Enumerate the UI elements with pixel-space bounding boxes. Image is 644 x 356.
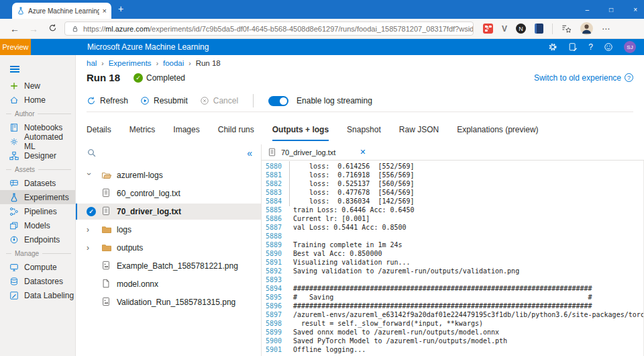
tree-item-model-onnx[interactable]: model.onnx: [76, 276, 261, 292]
sidebar-item-label: New: [24, 81, 40, 91]
log-line-text: /azureml-envs/azureml_e63142f9a20daf01e2…: [287, 310, 644, 319]
tree-item-azureml-logs[interactable]: ›azureml-logs: [76, 167, 261, 183]
log-line-text: Training complete in 1m 24s: [287, 240, 402, 249]
log-line-number: 5900: [262, 337, 287, 345]
log-line: 5901Offline logging...: [262, 345, 643, 354]
help-icon[interactable]: ?: [588, 42, 593, 52]
log-tab-label: 70_driver_log.txt: [281, 148, 335, 157]
new-tab-icon[interactable]: +: [118, 3, 123, 14]
tab-close-icon[interactable]: ×: [103, 7, 107, 15]
settings-gear-icon[interactable]: [548, 42, 557, 52]
tab-snapshot[interactable]: Snapshot: [347, 125, 381, 141]
window-close-icon[interactable]: ×: [633, 6, 637, 13]
adblock-extension-icon[interactable]: 4: [483, 24, 493, 34]
log-panel: 70_driver_log.txt ✕ 5880 loss: 0.614256 …: [262, 144, 644, 356]
log-line-number: 5899: [262, 328, 287, 337]
smiley-feedback-icon[interactable]: [604, 42, 613, 52]
chevron-right-icon[interactable]: ›: [87, 225, 101, 234]
pipelines-icon: [9, 207, 19, 216]
sidebar-item-label: Endpoints: [24, 235, 60, 244]
preview-badge: Preview: [0, 39, 31, 55]
browser-tab-title: Azure Machine Learning studio (: [28, 7, 99, 15]
sidebar-item-models[interactable]: Models: [0, 218, 75, 232]
resubmit-button[interactable]: Resubmit: [140, 96, 188, 105]
log-line-text: Saving validation to /azureml-run/output…: [287, 267, 519, 275]
log-line-number: 5891: [262, 258, 287, 267]
file-text-icon: [101, 188, 112, 199]
log-line: 5889Training complete in 1m 24s: [262, 240, 643, 249]
tab-child-runs[interactable]: Child runs: [218, 125, 254, 141]
sidebar-item-automated-ml[interactable]: Automated ML: [0, 134, 75, 148]
search-icon[interactable]: [87, 148, 97, 158]
minimize-icon[interactable]: –: [586, 6, 590, 13]
sidebar-hamburger[interactable]: [0, 55, 75, 79]
book-extension-icon[interactable]: [535, 24, 543, 34]
refresh-button[interactable]: Refresh: [87, 96, 128, 105]
tab-images[interactable]: Images: [173, 125, 199, 141]
sidebar-menu: NewHomeAuthorNotebooksAutomated MLDesign…: [0, 79, 75, 302]
sidebar-item-experiments[interactable]: Experiments: [0, 190, 75, 204]
breadcrumb-item-foodai[interactable]: foodai: [163, 59, 184, 67]
sidebar-section-author: Author: [0, 107, 75, 120]
sidebar-item-pipelines[interactable]: Pipelines: [0, 204, 75, 218]
log-line-text: Current lr: [0.001]: [287, 214, 370, 223]
collapse-panel-icon[interactable]: «: [247, 148, 252, 159]
file-text-icon: [101, 206, 112, 217]
file-icon: [101, 279, 112, 290]
tree-item-validation-run-1585781315-png[interactable]: Validation_Run_1585781315.png: [76, 294, 261, 310]
close-icon[interactable]: ✕: [360, 148, 366, 157]
tab-metrics[interactable]: Metrics: [129, 125, 156, 141]
breadcrumb-item-hal[interactable]: hal: [87, 59, 97, 67]
sidebar-item-home[interactable]: Home: [0, 93, 75, 107]
cancel-button[interactable]: Cancel: [200, 96, 238, 105]
browser-profile-avatar[interactable]: [580, 22, 593, 35]
user-avatar[interactable]: SJ: [624, 41, 636, 53]
sidebar-item-label: Designer: [24, 151, 56, 161]
maximize-icon[interactable]: □: [609, 6, 613, 13]
browser-tab[interactable]: Azure Machine Learning studio ( ×: [12, 3, 111, 19]
log-line: 5898 result = self._slow_forward(*input,…: [262, 319, 643, 328]
chevron-right-icon[interactable]: ›: [87, 243, 101, 253]
sidebar-item-compute[interactable]: Compute: [0, 260, 75, 274]
tree-item-outputs[interactable]: ›outputs: [76, 240, 261, 256]
sidebar-item-datasets[interactable]: Datasets: [0, 176, 75, 190]
feedback-icon[interactable]: [568, 42, 578, 52]
log-line-text: loss: 0.716918 [556/569]: [287, 171, 415, 179]
url-bar[interactable]: https://ml.azure.com/experiments/id/7c9b…: [64, 21, 474, 36]
log-streaming-toggle[interactable]: [268, 96, 288, 106]
log-file-tab[interactable]: 70_driver_log.txt ✕: [268, 148, 366, 157]
sidebar-item-data-labeling[interactable]: Data Labeling: [0, 288, 75, 302]
sidebar-item-datastores[interactable]: Datastores: [0, 274, 75, 288]
tree-item-label: Example_Batch_1585781221.png: [117, 261, 238, 271]
completed-check-icon: ✓: [133, 73, 143, 83]
toolbar-divider: [253, 94, 254, 107]
lock-icon: [71, 25, 79, 33]
sidebar-item-new[interactable]: New: [0, 79, 75, 93]
log-line: 5881 loss: 0.716918 [556/569]: [262, 171, 643, 179]
favorites-bar-icon[interactable]: [561, 24, 572, 34]
tree-item-label: Validation_Run_1585781315.png: [117, 298, 235, 307]
tree-item-70-driver-log-txt[interactable]: ✓70_driver_log.txt: [76, 204, 261, 220]
log-line: 5899Saved onnx model to /azureml-run/out…: [262, 328, 643, 337]
chevron-down-icon[interactable]: ›: [87, 171, 101, 180]
tree-item-logs[interactable]: ›logs: [76, 222, 261, 238]
tab-outputs-logs[interactable]: Outputs + logs: [272, 125, 329, 141]
reload-icon[interactable]: [43, 24, 62, 34]
forward-icon[interactable]: →: [24, 24, 43, 34]
log-line-number: 5893: [262, 275, 287, 284]
back-icon[interactable]: ←: [5, 24, 24, 34]
sidebar-item-endpoints[interactable]: Endpoints: [0, 232, 75, 247]
browser-menu-icon[interactable]: ⋯: [602, 24, 610, 34]
tab-raw-json[interactable]: Raw JSON: [399, 125, 439, 141]
tab-details[interactable]: Details: [87, 125, 111, 141]
log-line-text: val Loss: 0.5441 Acc: 0.8500: [287, 223, 407, 232]
switch-experience-link[interactable]: Switch to old experience ?: [534, 73, 633, 83]
v-extension-icon[interactable]: V: [502, 24, 507, 34]
tab-explanations-preview[interactable]: Explanations (preview): [457, 125, 538, 141]
tree-item-60-control-log-txt[interactable]: 60_control_log.txt: [76, 185, 261, 202]
extension-badge: 4: [485, 26, 488, 28]
tree-item-example-batch-1585781221-png[interactable]: Example_Batch_1585781221.png: [76, 258, 261, 274]
log-line: 5895# Saving #: [262, 293, 643, 302]
n-extension-icon[interactable]: N: [516, 24, 526, 34]
breadcrumb-item-experiments[interactable]: Experiments: [109, 59, 152, 67]
